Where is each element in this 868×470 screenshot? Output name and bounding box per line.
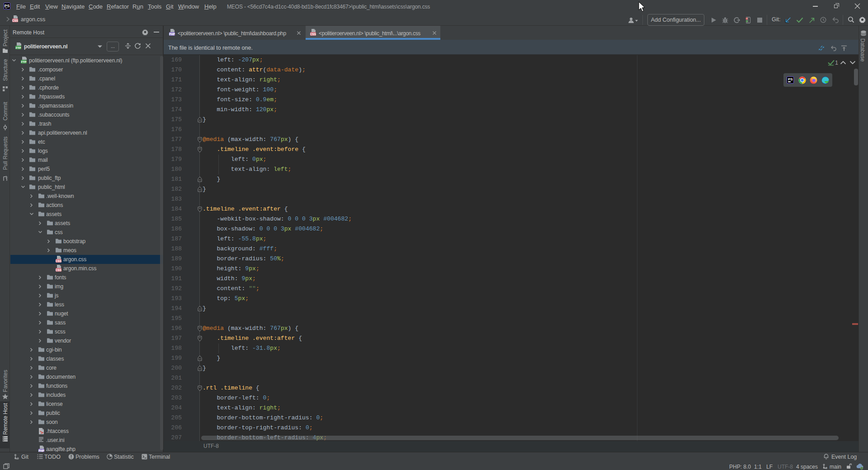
svg-text:CSS: CSS — [12, 19, 19, 22]
svg-text:FTP: FTP — [21, 60, 27, 63]
svg-text:CSS: CSS — [56, 259, 62, 263]
svg-text:FTP: FTP — [16, 46, 21, 49]
svg-text:PHP: PHP — [169, 33, 175, 36]
svg-text:CSS: CSS — [56, 268, 62, 272]
svg-text:CSS: CSS — [310, 33, 316, 36]
